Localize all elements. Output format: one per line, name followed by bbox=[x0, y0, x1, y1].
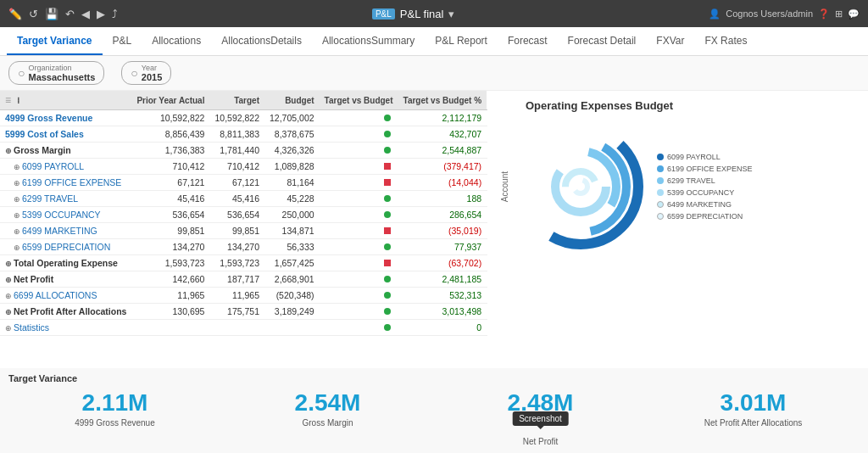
year-filter-value: 2015 bbox=[142, 72, 162, 82]
org-filter-value: Massachusetts bbox=[28, 72, 95, 82]
row-target: 67,121 bbox=[209, 175, 264, 191]
table-row: ⊕6699 ALLOCATIONS 11,965 11,965 (520,348… bbox=[0, 288, 487, 304]
user-icon: 👤 bbox=[709, 8, 721, 20]
tab-allocations-details[interactable]: AllocationsDetails bbox=[211, 28, 312, 55]
donut-labels: 6099 PAYROLL 6199 OFFICE EXPENSE 6299 TR… bbox=[657, 153, 753, 221]
expand-icon[interactable]: ⊕ bbox=[5, 308, 12, 316]
legend-travel-label: 6299 TRAVEL bbox=[667, 176, 715, 185]
row-prior: 45,416 bbox=[131, 191, 209, 207]
metric-net-profit-after-label: Net Profit After Allocations bbox=[655, 418, 851, 428]
expand-icon[interactable]: ⊕ bbox=[5, 260, 12, 268]
row-target: 10,592,822 bbox=[209, 110, 264, 126]
year-filter[interactable]: ○ Year 2015 bbox=[121, 61, 171, 85]
expand-icon[interactable]: ⊕ bbox=[14, 163, 20, 171]
row-budget: 3,189,249 bbox=[264, 304, 320, 320]
row-name: ⊕5399 OCCUPANCY bbox=[0, 207, 131, 223]
chart-y-label: Account bbox=[500, 171, 509, 202]
expand-icon[interactable]: ⊕ bbox=[5, 147, 12, 155]
col-target: Target bbox=[209, 91, 264, 110]
expand-icon[interactable]: ⊕ bbox=[5, 292, 12, 300]
donut-chart bbox=[513, 119, 648, 254]
org-filter[interactable]: ○ Organization Massachusetts bbox=[8, 61, 104, 85]
save-icon[interactable]: 💾 bbox=[45, 8, 58, 20]
expand-icon[interactable]: ⊕ bbox=[14, 179, 20, 187]
chart-title: Operating Expenses Budget bbox=[526, 99, 673, 112]
bottom-section: Target Variance 2.11M 4999 Gross Revenue… bbox=[0, 368, 868, 453]
tab-forecast[interactable]: Forecast bbox=[498, 28, 558, 55]
row-prior: 11,965 bbox=[131, 288, 209, 304]
row-tvb: 432,707 bbox=[398, 126, 487, 143]
refresh-icon[interactable]: ↺ bbox=[29, 8, 38, 20]
grid-icon[interactable]: ⊞ bbox=[835, 8, 843, 20]
row-target: 99,851 bbox=[209, 223, 264, 239]
expand-icon[interactable]: ⊕ bbox=[14, 195, 20, 204]
expand-icon[interactable]: ⊕ bbox=[14, 227, 20, 236]
metric-gross-margin-value: 2.54M bbox=[230, 390, 426, 417]
indicator-green bbox=[384, 276, 391, 282]
tab-fxvar[interactable]: FXVar bbox=[646, 28, 694, 55]
pencil-icon[interactable]: ✏️ bbox=[8, 8, 22, 20]
screenshot-tooltip: Screenshot bbox=[512, 411, 569, 426]
toolbar-user: 👤 Cognos Users/admin ❓ ⊞ 💬 bbox=[709, 8, 860, 20]
indicator-green bbox=[384, 195, 391, 202]
share-icon[interactable]: ⤴ bbox=[112, 8, 118, 20]
row-tvb-indicator bbox=[320, 271, 398, 288]
row-name: ⊕Total Operating Expense bbox=[0, 255, 131, 271]
indicator-red bbox=[384, 260, 391, 266]
row-name: 4999 Gross Revenue bbox=[0, 110, 131, 126]
table-row: 4999 Gross Revenue 10,592,822 10,592,822… bbox=[0, 110, 487, 126]
indicator-green bbox=[384, 243, 391, 250]
table-row: ⊕6599 DEPRECIATION 134,270 134,270 56,33… bbox=[0, 239, 487, 255]
metric-net-profit-label: Net Profit bbox=[442, 437, 638, 446]
expand-icon[interactable]: ⊕ bbox=[5, 276, 12, 284]
row-tvb-indicator bbox=[320, 288, 398, 304]
tab-allocations[interactable]: Allocations bbox=[142, 28, 211, 55]
row-prior: 67,121 bbox=[131, 175, 209, 191]
tab-pl[interactable]: P&L bbox=[103, 28, 142, 55]
dropdown-icon[interactable]: ▾ bbox=[448, 8, 454, 20]
expand-icon[interactable]: ⊕ bbox=[14, 211, 20, 220]
back-icon[interactable]: ◀ bbox=[81, 8, 90, 20]
metric-gross-revenue-label: 4999 Gross Revenue bbox=[17, 418, 213, 428]
help-icon[interactable]: ❓ bbox=[818, 8, 830, 20]
row-prior: 10,592,822 bbox=[131, 110, 209, 126]
expand-icon[interactable]: ⊕ bbox=[5, 324, 12, 333]
col-drag-icon[interactable]: ⁞ bbox=[17, 96, 19, 105]
user-name: Cognos Users/admin bbox=[726, 8, 813, 19]
indicator-green bbox=[384, 211, 391, 218]
tab-allocations-summary[interactable]: AllocationsSummary bbox=[312, 28, 425, 55]
legend-occupancy: 5399 OCCUPANCY bbox=[657, 188, 753, 197]
data-table: ≡ ⁞ Prior Year Actual Target Budget Targ… bbox=[0, 91, 487, 336]
row-tvb-indicator bbox=[320, 304, 398, 320]
metric-gross-revenue-value: 2.11M bbox=[17, 390, 213, 417]
tab-target-variance[interactable]: Target Variance bbox=[7, 28, 103, 55]
row-tvb-indicator bbox=[320, 207, 398, 223]
toolbar-icons: ✏️ ↺ 💾 ↶ ◀ ▶ ⤴ bbox=[8, 8, 118, 20]
undo-icon[interactable]: ↶ bbox=[65, 8, 75, 20]
row-target: 536,654 bbox=[209, 207, 264, 223]
tab-forecast-detail[interactable]: Forecast Detail bbox=[558, 28, 647, 55]
row-tvb: 286,654 bbox=[398, 207, 487, 223]
row-prior: 134,270 bbox=[131, 239, 209, 255]
tab-fx-rates[interactable]: FX Rates bbox=[694, 28, 757, 55]
tab-pl-report[interactable]: P&L Report bbox=[425, 28, 498, 55]
toolbar: ✏️ ↺ 💾 ↶ ◀ ▶ ⤴ P&L P&L final ▾ 👤 Cognos … bbox=[0, 0, 868, 27]
row-target bbox=[209, 320, 264, 336]
filters-row: ○ Organization Massachusetts ○ Year 2015 bbox=[0, 56, 868, 91]
row-tvb: (63,702) bbox=[398, 255, 487, 271]
metric-gross-revenue: 2.11M 4999 Gross Revenue bbox=[8, 387, 221, 450]
row-tvb-indicator bbox=[320, 320, 398, 336]
comment-icon[interactable]: 💬 bbox=[848, 8, 860, 20]
forward-icon[interactable]: ▶ bbox=[97, 8, 105, 20]
row-name: ⊕6199 OFFICE EXPENSE bbox=[0, 175, 131, 191]
row-tvb: (35,019) bbox=[398, 223, 487, 239]
row-tvb-indicator bbox=[320, 239, 398, 255]
legend-marketing: 6499 MARKETING bbox=[657, 200, 753, 209]
row-budget bbox=[264, 320, 320, 336]
row-tvb-indicator bbox=[320, 175, 398, 191]
expand-icon[interactable]: ⊕ bbox=[14, 243, 20, 252]
indicator-red bbox=[384, 227, 391, 234]
row-name: ⊕Net Profit bbox=[0, 271, 131, 288]
drag-handle[interactable]: ≡ bbox=[5, 94, 11, 106]
col-tvb: Target vs Budget bbox=[320, 91, 398, 110]
